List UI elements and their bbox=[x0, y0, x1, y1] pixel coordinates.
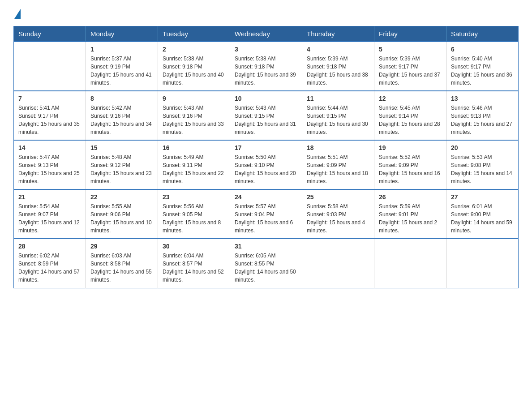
header-thursday: Thursday bbox=[302, 26, 374, 42]
day-number: 4 bbox=[307, 46, 369, 53]
day-number: 13 bbox=[451, 95, 514, 102]
calendar-cell: 1Sunrise: 5:37 AMSunset: 9:19 PMDaylight… bbox=[86, 42, 158, 91]
day-info: Sunrise: 6:01 AMSunset: 9:00 PMDaylight:… bbox=[451, 202, 514, 235]
calendar-cell: 6Sunrise: 5:40 AMSunset: 9:17 PMDaylight… bbox=[446, 42, 519, 91]
day-number: 17 bbox=[235, 144, 297, 151]
day-info: Sunrise: 5:49 AMSunset: 9:11 PMDaylight:… bbox=[163, 153, 225, 185]
calendar-week-row: 7Sunrise: 5:41 AMSunset: 9:17 PMDaylight… bbox=[14, 91, 519, 140]
day-number: 11 bbox=[307, 95, 369, 102]
day-number: 8 bbox=[90, 95, 153, 102]
day-number: 5 bbox=[379, 46, 442, 53]
calendar-week-row: 14Sunrise: 5:47 AMSunset: 9:13 PMDayligh… bbox=[14, 140, 519, 189]
day-info: Sunrise: 6:02 AMSunset: 8:59 PMDaylight:… bbox=[18, 252, 81, 284]
calendar-cell: 10Sunrise: 5:43 AMSunset: 9:15 PMDayligh… bbox=[230, 91, 302, 140]
logo bbox=[13, 9, 21, 18]
logo-triangle-icon bbox=[14, 9, 21, 19]
calendar-cell: 28Sunrise: 6:02 AMSunset: 8:59 PMDayligh… bbox=[14, 239, 86, 288]
calendar-cell: 13Sunrise: 5:46 AMSunset: 9:13 PMDayligh… bbox=[446, 91, 519, 140]
day-number: 30 bbox=[163, 243, 225, 250]
calendar-cell bbox=[14, 42, 86, 91]
calendar-cell bbox=[374, 239, 446, 288]
calendar-header: Sunday Monday Tuesday Wednesday Thursday… bbox=[14, 26, 519, 42]
day-number: 19 bbox=[379, 144, 442, 151]
day-number: 9 bbox=[163, 95, 225, 102]
day-info: Sunrise: 5:50 AMSunset: 9:10 PMDaylight:… bbox=[235, 153, 297, 185]
header-tuesday: Tuesday bbox=[158, 26, 230, 42]
header-wednesday: Wednesday bbox=[230, 26, 302, 42]
day-number: 27 bbox=[451, 193, 514, 201]
day-number: 15 bbox=[90, 144, 153, 151]
day-info: Sunrise: 5:38 AMSunset: 9:18 PMDaylight:… bbox=[163, 55, 225, 87]
day-info: Sunrise: 5:44 AMSunset: 9:15 PMDaylight:… bbox=[307, 104, 369, 136]
calendar-cell: 26Sunrise: 5:59 AMSunset: 9:01 PMDayligh… bbox=[374, 189, 446, 239]
day-info: Sunrise: 5:37 AMSunset: 9:19 PMDaylight:… bbox=[90, 55, 153, 87]
day-number: 7 bbox=[18, 95, 81, 102]
calendar-cell: 21Sunrise: 5:54 AMSunset: 9:07 PMDayligh… bbox=[14, 189, 86, 239]
day-info: Sunrise: 6:04 AMSunset: 8:57 PMDaylight:… bbox=[163, 252, 225, 284]
calendar-cell: 29Sunrise: 6:03 AMSunset: 8:58 PMDayligh… bbox=[86, 239, 158, 288]
day-number: 10 bbox=[235, 95, 297, 102]
calendar-cell: 16Sunrise: 5:49 AMSunset: 9:11 PMDayligh… bbox=[158, 140, 230, 189]
day-info: Sunrise: 5:39 AMSunset: 9:17 PMDaylight:… bbox=[379, 55, 442, 87]
page-header bbox=[13, 9, 519, 18]
calendar-cell: 30Sunrise: 6:04 AMSunset: 8:57 PMDayligh… bbox=[158, 239, 230, 288]
day-info: Sunrise: 5:56 AMSunset: 9:05 PMDaylight:… bbox=[163, 202, 225, 235]
day-info: Sunrise: 5:54 AMSunset: 9:07 PMDaylight:… bbox=[18, 202, 81, 235]
day-info: Sunrise: 6:05 AMSunset: 8:55 PMDaylight:… bbox=[235, 252, 297, 284]
day-number: 23 bbox=[163, 193, 225, 201]
header-saturday: Saturday bbox=[446, 26, 519, 42]
day-number: 29 bbox=[90, 243, 153, 250]
day-info: Sunrise: 5:48 AMSunset: 9:12 PMDaylight:… bbox=[90, 153, 153, 185]
day-info: Sunrise: 5:52 AMSunset: 9:09 PMDaylight:… bbox=[379, 153, 442, 185]
calendar-cell: 12Sunrise: 5:45 AMSunset: 9:14 PMDayligh… bbox=[374, 91, 446, 140]
header-friday: Friday bbox=[374, 26, 446, 42]
calendar-cell: 2Sunrise: 5:38 AMSunset: 9:18 PMDaylight… bbox=[158, 42, 230, 91]
calendar-cell: 24Sunrise: 5:57 AMSunset: 9:04 PMDayligh… bbox=[230, 189, 302, 239]
calendar-week-row: 1Sunrise: 5:37 AMSunset: 9:19 PMDaylight… bbox=[14, 42, 519, 91]
calendar-week-row: 21Sunrise: 5:54 AMSunset: 9:07 PMDayligh… bbox=[14, 189, 519, 239]
calendar-cell: 20Sunrise: 5:53 AMSunset: 9:08 PMDayligh… bbox=[446, 140, 519, 189]
calendar-cell: 17Sunrise: 5:50 AMSunset: 9:10 PMDayligh… bbox=[230, 140, 302, 189]
calendar-cell: 15Sunrise: 5:48 AMSunset: 9:12 PMDayligh… bbox=[86, 140, 158, 189]
day-info: Sunrise: 5:53 AMSunset: 9:08 PMDaylight:… bbox=[451, 153, 514, 185]
calendar-cell: 22Sunrise: 5:55 AMSunset: 9:06 PMDayligh… bbox=[86, 189, 158, 239]
header-sunday: Sunday bbox=[14, 26, 86, 42]
calendar-cell: 14Sunrise: 5:47 AMSunset: 9:13 PMDayligh… bbox=[14, 140, 86, 189]
day-number: 25 bbox=[307, 193, 369, 201]
day-info: Sunrise: 5:42 AMSunset: 9:16 PMDaylight:… bbox=[90, 104, 153, 136]
day-info: Sunrise: 5:57 AMSunset: 9:04 PMDaylight:… bbox=[235, 202, 297, 235]
day-info: Sunrise: 5:59 AMSunset: 9:01 PMDaylight:… bbox=[379, 202, 442, 235]
calendar-cell: 9Sunrise: 5:43 AMSunset: 9:16 PMDaylight… bbox=[158, 91, 230, 140]
day-info: Sunrise: 5:58 AMSunset: 9:03 PMDaylight:… bbox=[307, 202, 369, 235]
day-number: 31 bbox=[235, 243, 297, 250]
calendar-week-row: 28Sunrise: 6:02 AMSunset: 8:59 PMDayligh… bbox=[14, 239, 519, 288]
day-number: 16 bbox=[163, 144, 225, 151]
day-number: 18 bbox=[307, 144, 369, 151]
day-info: Sunrise: 6:03 AMSunset: 8:58 PMDaylight:… bbox=[90, 252, 153, 284]
day-number: 20 bbox=[451, 144, 514, 151]
day-number: 1 bbox=[90, 46, 153, 53]
calendar-cell bbox=[302, 239, 374, 288]
day-number: 2 bbox=[163, 46, 225, 53]
calendar-cell: 8Sunrise: 5:42 AMSunset: 9:16 PMDaylight… bbox=[86, 91, 158, 140]
calendar-cell: 11Sunrise: 5:44 AMSunset: 9:15 PMDayligh… bbox=[302, 91, 374, 140]
weekday-header-row: Sunday Monday Tuesday Wednesday Thursday… bbox=[14, 26, 519, 42]
day-number: 14 bbox=[18, 144, 81, 151]
day-info: Sunrise: 5:46 AMSunset: 9:13 PMDaylight:… bbox=[451, 104, 514, 136]
calendar-table: Sunday Monday Tuesday Wednesday Thursday… bbox=[13, 26, 519, 288]
day-number: 28 bbox=[18, 243, 81, 250]
calendar-cell: 5Sunrise: 5:39 AMSunset: 9:17 PMDaylight… bbox=[374, 42, 446, 91]
calendar-cell: 18Sunrise: 5:51 AMSunset: 9:09 PMDayligh… bbox=[302, 140, 374, 189]
calendar-cell: 27Sunrise: 6:01 AMSunset: 9:00 PMDayligh… bbox=[446, 189, 519, 239]
day-info: Sunrise: 5:41 AMSunset: 9:17 PMDaylight:… bbox=[18, 104, 81, 136]
calendar-cell: 19Sunrise: 5:52 AMSunset: 9:09 PMDayligh… bbox=[374, 140, 446, 189]
calendar-cell: 31Sunrise: 6:05 AMSunset: 8:55 PMDayligh… bbox=[230, 239, 302, 288]
calendar-cell bbox=[446, 239, 519, 288]
day-info: Sunrise: 5:43 AMSunset: 9:16 PMDaylight:… bbox=[163, 104, 225, 136]
calendar-cell: 25Sunrise: 5:58 AMSunset: 9:03 PMDayligh… bbox=[302, 189, 374, 239]
day-number: 12 bbox=[379, 95, 442, 102]
day-number: 21 bbox=[18, 193, 81, 201]
day-number: 22 bbox=[90, 193, 153, 201]
day-number: 3 bbox=[235, 46, 297, 53]
day-info: Sunrise: 5:38 AMSunset: 9:18 PMDaylight:… bbox=[235, 55, 297, 87]
